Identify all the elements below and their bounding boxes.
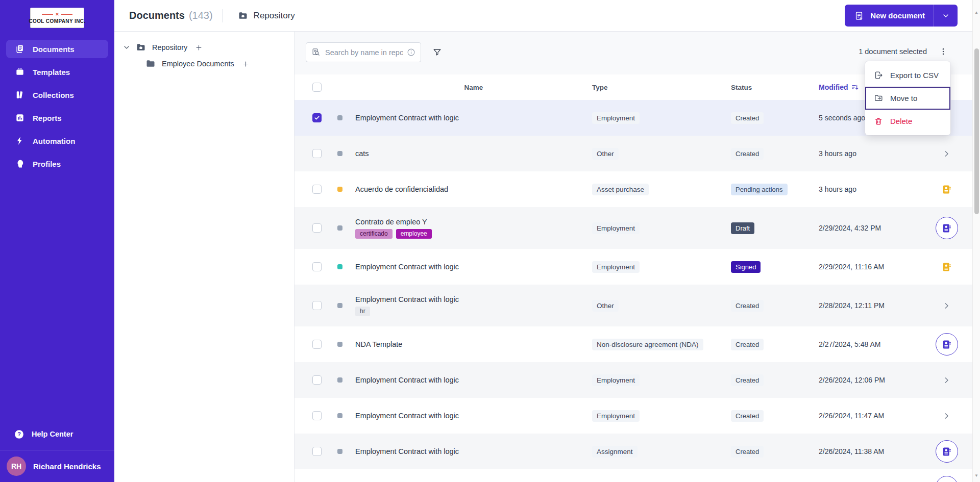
sidebar-item-label: Reports (33, 114, 62, 122)
chevron-right-icon[interactable] (942, 301, 951, 310)
row-checkbox[interactable] (312, 185, 322, 194)
contract-avatar-button[interactable] (936, 333, 958, 356)
logo-x-icon: ✕ (55, 12, 59, 17)
new-document-dropdown[interactable] (934, 5, 958, 27)
menu-item-label: Move to (890, 94, 917, 103)
user-menu[interactable]: RH Richard Hendricks (0, 450, 114, 482)
modified-date: 2/29/2024, 11:16 AM (819, 263, 921, 271)
type-badge: Employment (592, 112, 640, 124)
type-badge: Assignment (592, 446, 638, 458)
info-icon[interactable] (407, 48, 415, 57)
column-header-name[interactable]: Name (348, 84, 592, 91)
row-checkbox[interactable] (312, 411, 322, 420)
scrollbar-thumb[interactable] (974, 48, 979, 214)
scroll-down-arrow[interactable]: ▼ (973, 473, 980, 478)
search-input[interactable] (325, 48, 403, 57)
menu-item-move-to[interactable]: Move to (865, 87, 950, 110)
tag-badge: hr (355, 307, 370, 316)
status-dot (337, 377, 342, 383)
kebab-menu-icon[interactable] (939, 47, 948, 56)
chevron-down-icon[interactable] (122, 43, 131, 52)
folder-tree-panel: Repository Employee Documents (114, 32, 295, 482)
document-name[interactable]: Employment Contract with logic (355, 295, 459, 303)
chevron-right-icon[interactable] (942, 412, 951, 420)
document-name[interactable]: NDA Template (355, 340, 402, 348)
tree-label-repository[interactable]: Repository (152, 43, 187, 52)
sidebar-footer: ? Help Center RH Richard Hendricks (0, 423, 114, 482)
modified-date: 2/28/2024, 12:11 PM (819, 301, 921, 310)
tree-label-employee-documents[interactable]: Employee Documents (162, 60, 234, 68)
row-checkbox[interactable] (312, 375, 322, 385)
menu-item-export-to-csv[interactable]: Export to CSV (865, 64, 950, 87)
filter-icon[interactable] (432, 47, 442, 57)
row-checkbox[interactable] (312, 113, 322, 122)
row-checkbox[interactable] (312, 301, 322, 310)
row-checkbox[interactable] (312, 262, 322, 271)
table-row[interactable]: Employment Contract with logic Employmen… (295, 249, 972, 285)
help-center-link[interactable]: ? Help Center (0, 423, 114, 445)
vertical-scrollbar[interactable]: ▲ ▼ (972, 0, 980, 482)
add-folder-icon[interactable] (242, 60, 250, 68)
search-document-icon (311, 47, 321, 57)
table-row[interactable]: Contrato de empleo Y certificadoemployee… (295, 207, 972, 249)
sidebar-item-templates[interactable]: Templates (6, 63, 108, 81)
table-row-partial[interactable] (295, 469, 972, 482)
row-checkbox[interactable] (312, 447, 322, 456)
document-name[interactable]: Contrato de empleo Y (355, 218, 427, 226)
sidebar-item-documents[interactable]: Documents (6, 40, 108, 58)
tag-badge: employee (396, 229, 432, 239)
row-checkbox[interactable] (312, 223, 322, 233)
contract-avatar-button[interactable] (936, 440, 958, 463)
help-center-label: Help Center (32, 430, 73, 438)
column-header-type[interactable]: Type (592, 84, 731, 91)
document-name[interactable]: Employment Contract with logic (355, 447, 459, 455)
column-header-modified[interactable]: Modified (819, 83, 860, 92)
document-name[interactable]: Employment Contract with logic (355, 263, 459, 271)
menu-item-delete[interactable]: Delete (865, 110, 950, 133)
table-row[interactable]: Acuerdo de confidencialidad Asset purcha… (295, 171, 972, 207)
profiles-icon (14, 159, 25, 169)
status-badge: Signed (731, 261, 761, 273)
sidebar-item-collections[interactable]: Collections (6, 86, 108, 104)
table-row[interactable]: Employment Contract with logic hr Other … (295, 285, 972, 326)
table-row[interactable]: cats Other Created 3 hours ago (295, 136, 972, 171)
modified-date: 2/26/2024, 11:47 AM (819, 412, 921, 420)
document-name[interactable]: Employment Contract with logic (355, 412, 459, 420)
table-row[interactable]: NDA Template Non-disclosure agreement (N… (295, 326, 972, 362)
table-row[interactable]: Employment Contract with logic Assignmen… (295, 434, 972, 469)
sidebar-item-automation[interactable]: Automation (6, 132, 108, 150)
chevron-right-icon[interactable] (942, 376, 951, 385)
scroll-up-arrow[interactable]: ▲ (973, 10, 980, 15)
contract-avatar-button[interactable] (936, 217, 958, 239)
row-checkbox[interactable] (312, 149, 322, 158)
document-name[interactable]: Employment Contract with logic (355, 376, 459, 384)
tree-item-employee-documents[interactable]: Employee Documents (114, 56, 294, 72)
sidebar-nav: Documents Templates Collections Reports … (0, 33, 114, 180)
sidebar-item-reports[interactable]: Reports (6, 109, 108, 127)
chevron-right-icon[interactable] (942, 149, 951, 158)
table-body: Employment Contract with logic Employmen… (295, 100, 972, 482)
tree-item-repository[interactable]: Repository (114, 39, 294, 56)
table-row[interactable]: Employment Contract with logic Employmen… (295, 362, 972, 398)
contract-document-icon[interactable] (941, 185, 952, 194)
add-folder-icon[interactable] (195, 44, 203, 52)
sidebar-item-profiles[interactable]: Profiles (6, 155, 108, 173)
breadcrumb[interactable]: Repository (233, 11, 295, 21)
status-dot (337, 151, 342, 156)
select-all-checkbox[interactable] (312, 83, 322, 92)
contract-document-icon (941, 340, 952, 349)
column-header-status[interactable]: Status (731, 84, 819, 91)
new-document-button[interactable]: New document (845, 5, 958, 27)
contract-document-icon (941, 447, 952, 456)
contract-avatar-button[interactable] (936, 476, 958, 482)
table-row[interactable]: Employment Contract with logic Employmen… (295, 398, 972, 434)
contract-document-icon[interactable] (941, 262, 952, 272)
document-name[interactable]: Employment Contract with logic (355, 114, 459, 122)
folder-home-icon (136, 42, 146, 53)
status-badge: Created (731, 300, 764, 312)
search-box[interactable] (306, 42, 421, 62)
document-name[interactable]: Acuerdo de confidencialidad (355, 185, 448, 193)
row-checkbox[interactable] (312, 340, 322, 349)
document-name[interactable]: cats (355, 149, 369, 158)
row-action (921, 333, 972, 356)
